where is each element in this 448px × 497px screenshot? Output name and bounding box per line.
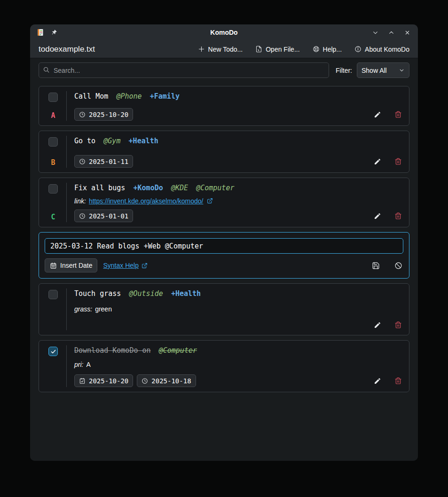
todo-link-line: link: https://invent.kde.org/akselmo/kom… <box>74 197 403 205</box>
trash-icon <box>394 158 402 165</box>
due-date: 2025-01-01 <box>89 212 128 220</box>
titlebar: KomoDo <box>30 24 418 40</box>
todo-card: B Go to @Gym +Health 2025-01-11 <box>39 131 409 173</box>
delete-button[interactable] <box>393 156 403 167</box>
syntax-help-link[interactable]: Syntax Help <box>103 262 147 269</box>
delete-button[interactable] <box>393 109 403 120</box>
filter-label: Filter: <box>336 67 352 74</box>
todo-context-tag: @Computer <box>159 346 197 355</box>
close-button[interactable] <box>403 28 411 37</box>
meta-value: A <box>86 361 90 368</box>
edit-button[interactable] <box>372 156 383 167</box>
due-date-chip: 2025-10-18 <box>137 374 196 387</box>
save-button[interactable] <box>370 260 381 271</box>
meta-value: green <box>95 305 112 313</box>
todo-checkbox[interactable] <box>48 93 58 102</box>
delete-button[interactable] <box>393 376 403 386</box>
clock-icon <box>79 213 86 219</box>
external-link-icon <box>141 263 148 269</box>
new-todo-label: New Todo... <box>208 46 243 53</box>
todo-text-line: Call Mom @Phone +Family <box>74 91 403 101</box>
due-date-chip: 2025-01-11 <box>74 155 133 168</box>
todo-meta-line: grass: green <box>74 305 403 313</box>
window-title: KomoDo <box>30 29 418 36</box>
external-link-icon <box>207 198 213 204</box>
new-todo-button[interactable]: New Todo... <box>198 46 243 53</box>
edit-button[interactable] <box>372 211 383 221</box>
insert-date-button[interactable]: Insert Date <box>45 258 97 272</box>
trash-icon <box>394 212 402 220</box>
cancel-button[interactable] <box>393 260 403 271</box>
help-button[interactable]: Help... <box>313 46 342 53</box>
todo-list: A Call Mom @Phone +Family 2025-10-20 <box>39 86 409 392</box>
todo-context-tag: @Gym <box>103 137 120 145</box>
todo-text-line: Download KomoDo on @Computer <box>74 345 403 355</box>
pencil-icon <box>374 377 381 385</box>
clock-icon <box>79 158 86 165</box>
open-file-button[interactable]: Open File... <box>255 46 299 53</box>
delete-button[interactable] <box>393 320 403 330</box>
todo-card: A Call Mom @Phone +Family 2025-10-20 <box>39 86 409 126</box>
filter-select[interactable]: Show All <box>357 62 409 78</box>
todo-checkbox-checked[interactable] <box>48 347 58 356</box>
pin-icon[interactable] <box>50 28 58 37</box>
toolbar: todoexample.txt New Todo... Open File...… <box>30 40 418 58</box>
todo-project-tag: +KomoDo <box>134 184 163 192</box>
todo-text-line: Go to @Gym +Health <box>74 136 403 145</box>
plus-icon <box>198 46 205 53</box>
about-button[interactable]: About KomoDo <box>354 46 409 53</box>
life-buoy-icon <box>313 46 320 53</box>
search-input[interactable] <box>39 62 329 78</box>
insert-date-label: Insert Date <box>60 262 92 269</box>
todo-checkbox[interactable] <box>48 137 58 147</box>
todo-checkbox[interactable] <box>48 290 58 299</box>
pencil-icon <box>374 158 381 165</box>
search-field <box>39 62 329 78</box>
todo-text-line: Touch grass @Outside +Health <box>74 288 403 298</box>
calendar-check-icon <box>79 378 86 384</box>
todo-card-completed: Download KomoDo on @Computer pri: A 2025… <box>39 340 409 392</box>
meta-key: grass: <box>74 305 92 313</box>
meta-key: pri: <box>74 361 83 368</box>
todo-project-tag: +Health <box>171 289 201 298</box>
todo-card: C Fix all bugs +KomoDo @KDE @Computer li… <box>39 178 409 227</box>
filter-value: Show All <box>362 67 387 74</box>
priority-label: B <box>51 158 55 167</box>
pencil-icon <box>374 212 381 220</box>
pencil-icon <box>374 111 381 118</box>
todo-text: Touch grass <box>74 289 121 298</box>
chevron-down-icon <box>399 67 405 73</box>
minimize-button[interactable] <box>371 28 379 37</box>
completion-date-chip: 2025-10-20 <box>74 374 133 387</box>
edit-button[interactable] <box>372 376 383 386</box>
help-label: Help... <box>323 46 342 53</box>
link-key: link: <box>74 197 86 205</box>
todo-project-tag: +Family <box>150 92 180 101</box>
check-icon <box>50 349 56 355</box>
app-icon <box>37 29 44 36</box>
circle-slash-icon <box>394 262 402 270</box>
due-date: 2025-10-18 <box>151 377 191 385</box>
todo-checkbox[interactable] <box>48 184 58 194</box>
trash-icon <box>394 321 402 329</box>
completion-date: 2025-10-20 <box>89 377 128 385</box>
open-file-label: Open File... <box>266 46 299 53</box>
edit-button[interactable] <box>372 109 383 120</box>
trash-icon <box>394 377 402 385</box>
search-icon <box>43 66 50 73</box>
todo-text: Call Mom <box>74 92 108 101</box>
todo-project-tag: +Health <box>129 137 158 145</box>
due-date: 2025-10-20 <box>89 111 128 118</box>
about-label: About KomoDo <box>365 46 409 53</box>
delete-button[interactable] <box>393 211 403 221</box>
todo-edit-input[interactable] <box>45 238 403 254</box>
todo-context-tag: @Outside <box>129 289 163 298</box>
todo-context-tag: @Computer <box>196 184 234 192</box>
maximize-button[interactable] <box>387 28 395 37</box>
todo-meta-line: pri: A <box>74 361 403 368</box>
todo-context-tag: @Phone <box>116 92 141 101</box>
edit-button[interactable] <box>372 320 383 330</box>
todo-link[interactable]: https://invent.kde.org/akselmo/komodo/ <box>89 197 204 205</box>
due-date: 2025-01-11 <box>89 158 128 165</box>
app-window: KomoDo todoexample.txt New Todo... <box>30 24 418 461</box>
